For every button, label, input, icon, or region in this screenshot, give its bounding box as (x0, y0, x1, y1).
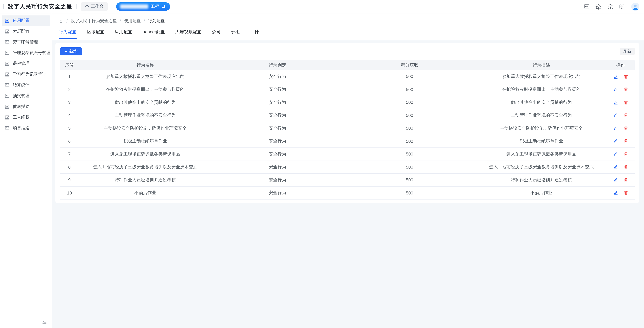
tab[interactable]: 区域配置 (86, 29, 105, 39)
sidebar-item[interactable]: 大屏配置 (2, 26, 50, 37)
cell-behavior-judge: 安全行为 (212, 125, 343, 131)
cell-score: 500 (343, 126, 476, 131)
cell-operations (607, 178, 634, 182)
tab-label: 公司 (212, 29, 220, 34)
cell-behavior-desc: 做出其他突出的安全贡献的行为 (476, 99, 607, 105)
add-button-label: 新增 (69, 49, 78, 54)
delete-icon[interactable] (623, 113, 628, 118)
delete-icon[interactable] (623, 126, 628, 131)
breadcrumb-items: / 数字人民币行为安全之星 / 使用配置 / 行为配置 (64, 18, 165, 24)
delete-icon[interactable] (623, 165, 628, 170)
breadcrumb-item[interactable]: / 使用配置 (117, 18, 141, 24)
cell-behavior-desc: 主动管理作业环境的不安全行为 (476, 112, 607, 118)
tab[interactable]: 工种 (250, 29, 259, 39)
edit-icon[interactable] (613, 139, 618, 144)
sidebar-item[interactable]: 学习行为记录管理 (2, 69, 50, 80)
sidebar-item-label: 学习行为记录管理 (13, 72, 46, 77)
edit-icon[interactable] (613, 113, 618, 118)
sidebar-item[interactable]: 工人维权 (2, 112, 50, 123)
delete-icon[interactable] (623, 139, 628, 144)
workbench-label: 工作台 (91, 4, 104, 10)
breadcrumb-label: 数字人民币行为安全之星 (70, 18, 117, 24)
monitor-screen-icon (5, 50, 10, 55)
divider (76, 4, 77, 9)
monitor-screen-icon (5, 83, 10, 88)
cell-score: 500 (343, 100, 476, 105)
table-column-header: 积分获取 (343, 62, 476, 68)
table-row: 4 主动管理作业环境的不安全行为 安全行为 500 主动管理作业环境的不安全行为 (60, 109, 634, 122)
edit-icon[interactable] (613, 152, 618, 156)
sidebar-item[interactable]: 劳工账号管理 (2, 37, 50, 47)
breadcrumb: / 数字人民币行为安全之星 / 使用配置 / 行为配置 (59, 18, 637, 24)
tab[interactable]: banner配置 (142, 29, 165, 39)
app-title: 数字人民币行为安全之星 (8, 3, 72, 11)
cell-behavior-judge: 安全行为 (212, 86, 343, 93)
cell-index: 7 (60, 152, 79, 157)
edit-icon[interactable] (613, 191, 618, 195)
content-card: + 新增 刷新 序号 行为名称 行为判定 积分获取 行为描述 操作 (55, 43, 639, 203)
cloud-download-icon[interactable] (607, 4, 613, 10)
cell-behavior-name: 不酒后作业 (79, 190, 212, 196)
project-switcher-pill[interactable]: 工程 (116, 2, 170, 11)
sidebar-item[interactable]: 健康援助 (2, 101, 50, 112)
sidebar-item-label: 结算统计 (13, 82, 30, 88)
edit-icon[interactable] (613, 165, 618, 170)
sidebar-item[interactable]: 管理观察员账号管理 (2, 48, 50, 58)
delete-icon[interactable] (623, 87, 628, 92)
edit-icon[interactable] (613, 87, 618, 92)
sidebar-item[interactable]: 课程管理 (2, 58, 50, 69)
monitor-screen-icon (5, 72, 10, 77)
cell-behavior-name: 特种作业人员经培训并通过考核 (79, 177, 212, 183)
cell-index: 8 (60, 165, 79, 170)
cell-index: 9 (60, 178, 79, 183)
sidebar-item-label: 健康援助 (13, 104, 30, 109)
monitor-screen-icon (5, 93, 10, 98)
edit-icon[interactable] (613, 100, 618, 105)
delete-icon[interactable] (623, 152, 628, 156)
collapse-sidebar-icon[interactable] (42, 319, 47, 325)
table-column-header: 行为名称 (79, 62, 212, 68)
sidebar-item[interactable]: 消息推送 (2, 123, 50, 133)
breadcrumb-item[interactable]: / 数字人民币行为安全之星 (64, 18, 117, 24)
tab[interactable]: 班组 (230, 29, 240, 39)
cell-score: 500 (343, 152, 476, 157)
tab[interactable]: 大屏视频配置 (175, 29, 202, 39)
breadcrumb-item[interactable]: / 行为配置 (141, 18, 165, 24)
table-column-header: 操作 (607, 62, 634, 68)
delete-icon[interactable] (623, 100, 628, 105)
cell-behavior-name: 积极主动杜绝违章作业 (79, 138, 212, 144)
cell-behavior-judge: 安全行为 (212, 112, 343, 118)
avatar-icon (631, 3, 639, 11)
cell-score: 500 (343, 178, 476, 183)
breadcrumb-separator: / (120, 19, 121, 23)
tab[interactable]: 行为配置 (59, 29, 77, 39)
delete-icon[interactable] (623, 74, 628, 79)
edit-icon[interactable] (613, 126, 618, 131)
user-avatar[interactable] (631, 3, 639, 11)
workbench-button[interactable]: 工作台 (81, 2, 108, 11)
delete-icon[interactable] (623, 191, 628, 195)
add-button[interactable]: + 新增 (60, 47, 82, 55)
handbook-icon[interactable] (619, 4, 625, 10)
table-row: 8 进入工地前经历了三级安全教育培训以及安全技术交底 安全行为 500 进入工地… (60, 161, 634, 174)
edit-icon[interactable] (613, 74, 618, 79)
breadcrumb-home-icon[interactable] (59, 19, 64, 23)
monitor-screen-icon (5, 115, 10, 120)
settings-gear-icon[interactable] (595, 4, 602, 10)
monitor-screen-icon (5, 126, 10, 131)
cell-behavior-judge: 安全行为 (212, 190, 343, 196)
cell-behavior-desc: 不酒后作业 (476, 190, 607, 196)
cell-operations (607, 126, 634, 131)
sidebar-item[interactable]: 使用配置 (2, 16, 50, 26)
edit-icon[interactable] (613, 178, 618, 182)
tab[interactable]: 应用配置 (114, 29, 132, 39)
tab-label: 区域配置 (87, 29, 104, 34)
sidebar-item[interactable]: 结算统计 (2, 80, 50, 90)
tab[interactable]: 公司 (212, 29, 221, 39)
sidebar-item[interactable]: 抽奖管理 (2, 91, 50, 101)
delete-icon[interactable] (623, 178, 628, 182)
cell-operations (607, 139, 634, 144)
table-row: 5 主动搭设安全防护设施，确保作业环境安全 安全行为 500 主动搭设安全防护设… (60, 122, 634, 135)
refresh-button[interactable]: 刷新 (620, 48, 634, 55)
monitor-chart-icon[interactable] (584, 4, 590, 10)
